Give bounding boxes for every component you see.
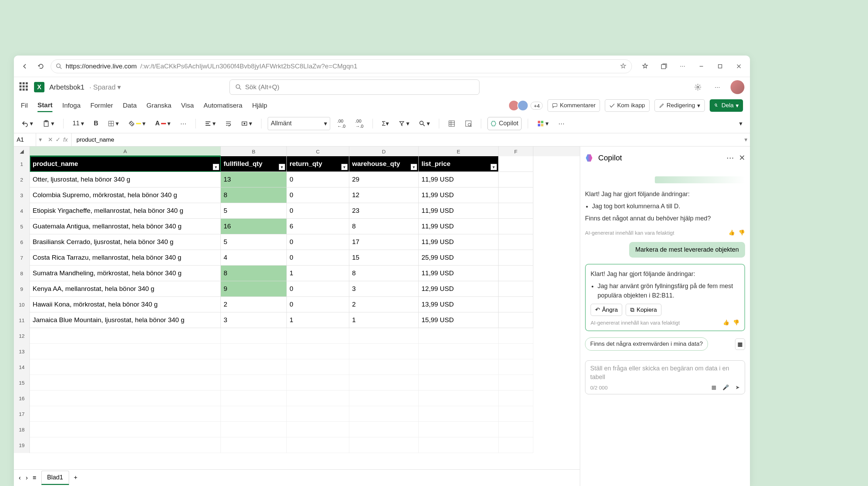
- cell[interactable]: 0: [287, 187, 349, 203]
- cell[interactable]: 16: [221, 219, 287, 234]
- cell[interactable]: [287, 406, 349, 422]
- row-header[interactable]: 17: [14, 406, 30, 422]
- cell[interactable]: 0: [287, 297, 349, 312]
- presence-avatars[interactable]: +4: [510, 100, 543, 111]
- increase-decimal-button[interactable]: .00→.0: [352, 117, 366, 130]
- cell[interactable]: [287, 359, 349, 375]
- cell[interactable]: 6: [287, 219, 349, 234]
- thumbs-up-icon[interactable]: 👍: [723, 319, 729, 326]
- cell[interactable]: [499, 391, 533, 406]
- name-box-dropdown[interactable]: ▾: [36, 136, 44, 143]
- formula-input[interactable]: product_name: [72, 136, 742, 143]
- cell[interactable]: 11,99 USD: [419, 266, 499, 281]
- cell[interactable]: [349, 437, 419, 453]
- row-header[interactable]: 12: [14, 328, 30, 344]
- cell[interactable]: 3: [349, 281, 419, 297]
- cell[interactable]: 2: [349, 297, 419, 312]
- cell[interactable]: [419, 391, 499, 406]
- cell[interactable]: 1: [349, 312, 419, 328]
- cell[interactable]: [499, 234, 533, 250]
- cell[interactable]: [30, 344, 221, 359]
- cell[interactable]: [349, 359, 419, 375]
- grid-body[interactable]: 1product_name▾fullfilled_qty▾return_qty▾…: [14, 156, 580, 469]
- col-D[interactable]: D: [349, 146, 419, 156]
- cell[interactable]: 13: [221, 172, 287, 187]
- number-format[interactable]: Allmänt▾: [268, 117, 330, 130]
- back-button[interactable]: [19, 60, 31, 73]
- cell[interactable]: [30, 375, 221, 391]
- cell[interactable]: 13,99 USD: [419, 297, 499, 312]
- cell[interactable]: 11,99 USD: [419, 219, 499, 234]
- row-header[interactable]: 11: [14, 312, 30, 328]
- close-button[interactable]: [733, 60, 745, 73]
- cell[interactable]: [419, 422, 499, 437]
- row-header[interactable]: 18: [14, 422, 30, 437]
- row-header[interactable]: 3: [14, 187, 30, 203]
- paste-button[interactable]: ▾: [40, 117, 57, 130]
- cell[interactable]: [419, 437, 499, 453]
- attach-icon[interactable]: ▦: [711, 384, 716, 391]
- row-header[interactable]: 6: [14, 234, 30, 250]
- table-header[interactable]: list_price▾: [419, 156, 499, 172]
- cell[interactable]: 0: [287, 172, 349, 187]
- cell[interactable]: 1: [287, 266, 349, 281]
- cell[interactable]: [287, 391, 349, 406]
- cell[interactable]: 8: [349, 219, 419, 234]
- editing-button[interactable]: Redigering ▾: [654, 99, 705, 112]
- cell[interactable]: Colombia Supremo, mörkrostat, hela bönor…: [30, 187, 221, 203]
- thumbs-down-icon[interactable]: 👎: [738, 229, 745, 236]
- cell[interactable]: 11,99 USD: [419, 187, 499, 203]
- row-header[interactable]: 10: [14, 297, 30, 312]
- cell[interactable]: 29: [349, 172, 419, 187]
- table-header[interactable]: fullfilled_qty▾: [221, 156, 287, 172]
- row-header[interactable]: 16: [14, 391, 30, 406]
- cell[interactable]: [221, 437, 287, 453]
- cell[interactable]: [349, 344, 419, 359]
- thumbs-down-icon[interactable]: 👎: [733, 319, 740, 326]
- cell[interactable]: 0: [287, 234, 349, 250]
- cell[interactable]: [419, 375, 499, 391]
- search-box[interactable]: Sök (Alt+Q): [229, 79, 479, 95]
- settings-icon[interactable]: [692, 81, 704, 93]
- cell[interactable]: [499, 437, 533, 453]
- find-button[interactable]: ▾: [416, 117, 433, 130]
- cell[interactable]: [499, 344, 533, 359]
- cell[interactable]: [30, 359, 221, 375]
- decrease-decimal-button[interactable]: .00←.0: [334, 117, 348, 130]
- align-button[interactable]: ▾: [202, 117, 218, 130]
- cell[interactable]: [499, 266, 533, 281]
- col-A[interactable]: A: [30, 146, 221, 156]
- comments-button[interactable]: Kommentarer: [548, 99, 600, 112]
- row-header[interactable]: 2: [14, 172, 30, 187]
- select-all[interactable]: ◢: [14, 146, 30, 156]
- row-header[interactable]: 19: [14, 437, 30, 453]
- cell[interactable]: 5: [221, 234, 287, 250]
- cell[interactable]: Hawaii Kona, mörkrostat, hela bönor 340 …: [30, 297, 221, 312]
- minimize-button[interactable]: [695, 60, 708, 73]
- sheet-tab-blad1[interactable]: Blad1: [41, 471, 69, 485]
- row-header[interactable]: 7: [14, 250, 30, 266]
- fx-icon[interactable]: fx: [63, 136, 68, 143]
- cell[interactable]: [499, 297, 533, 312]
- cell[interactable]: [30, 422, 221, 437]
- filter-icon[interactable]: ▾: [341, 164, 348, 170]
- cell[interactable]: 3: [221, 312, 287, 328]
- collections-icon[interactable]: [658, 60, 670, 73]
- cell[interactable]: [30, 391, 221, 406]
- toolbar-more-icon[interactable]: ⋯: [556, 117, 567, 130]
- col-B[interactable]: B: [221, 146, 287, 156]
- cell[interactable]: [349, 328, 419, 344]
- table-format-button[interactable]: [445, 117, 458, 130]
- sheet-list-icon[interactable]: ≡: [33, 474, 36, 481]
- borders-button[interactable]: ▾: [105, 117, 122, 130]
- cell[interactable]: Etiopisk Yirgacheffe, mellanrostat, hela…: [30, 203, 221, 219]
- cell[interactable]: Costa Rica Tarrazu, mellanrostat, hela b…: [30, 250, 221, 266]
- send-icon[interactable]: ➤: [735, 384, 740, 391]
- tab-automatisera[interactable]: Automatisera: [203, 100, 242, 111]
- cell[interactable]: [419, 328, 499, 344]
- cell[interactable]: 12: [349, 187, 419, 203]
- tab-infoga[interactable]: Infoga: [62, 100, 81, 111]
- cell[interactable]: Brasiliansk Cerrado, ljusrostat, hela bö…: [30, 234, 221, 250]
- app-launcher-icon[interactable]: [19, 82, 29, 92]
- copilot-compose[interactable]: Ställ en fråga eller skicka en begäran o…: [585, 360, 745, 394]
